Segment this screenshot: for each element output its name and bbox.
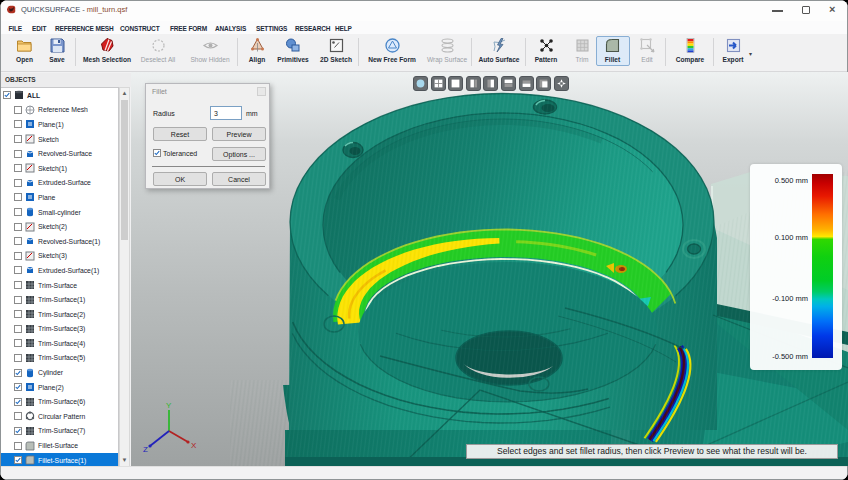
svg-text:Z: Z (143, 445, 148, 454)
svg-text:X: X (191, 441, 197, 450)
svg-text:Y: Y (166, 401, 172, 410)
